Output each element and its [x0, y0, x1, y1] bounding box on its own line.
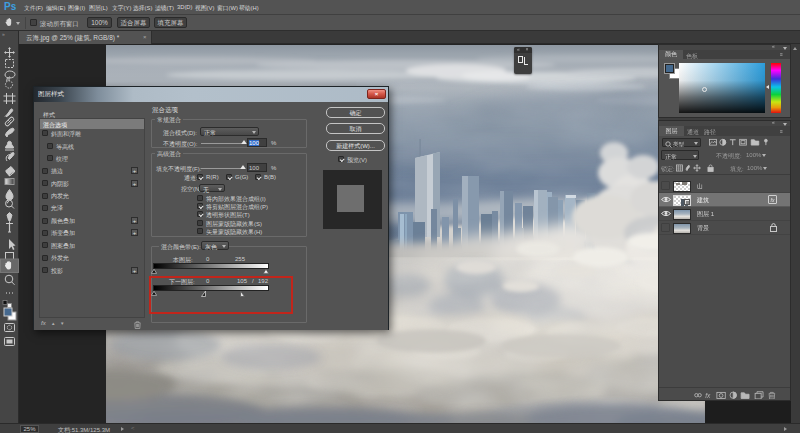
svg-text:fx: fx: [705, 391, 711, 398]
